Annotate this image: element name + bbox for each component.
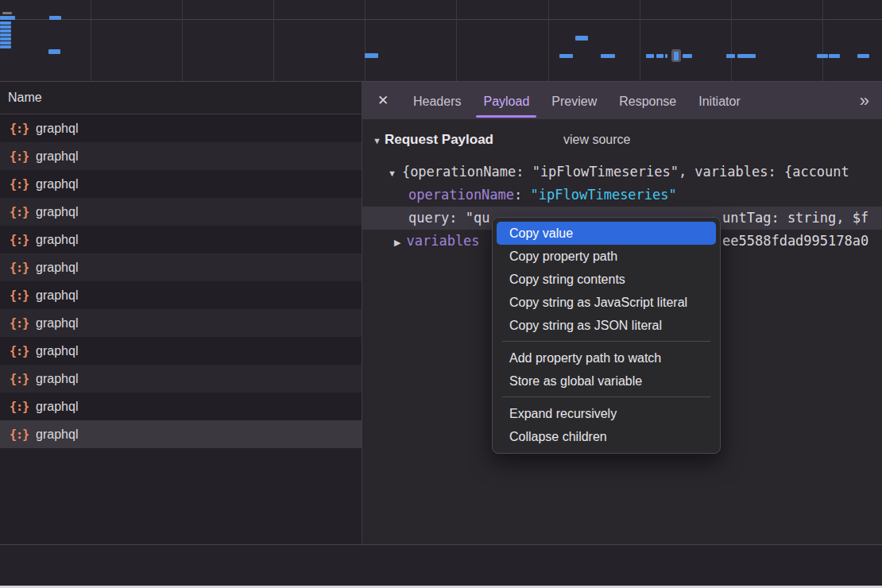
tab-payload[interactable]: Payload [472, 82, 540, 119]
menu-item-copy-value[interactable]: Copy value [497, 222, 716, 245]
waterfall-bar [575, 36, 588, 41]
request-row[interactable]: {:}graphql [0, 337, 362, 365]
context-menu: Copy valueCopy property pathCopy string … [492, 217, 721, 454]
property-key: query [408, 210, 449, 226]
request-row[interactable]: {:}graphql [0, 198, 362, 226]
waterfall-bar [49, 16, 61, 20]
request-row[interactable]: {:}graphql [0, 365, 362, 393]
request-name: graphql [36, 372, 78, 386]
json-request-icon: {:} [10, 344, 29, 358]
menu-item-copy-string-as-json-literal[interactable]: Copy string as JSON literal [497, 314, 716, 337]
json-request-icon: {:} [10, 122, 29, 136]
summary-footer [0, 544, 882, 586]
waterfall-bar [0, 16, 15, 20]
expand-arrow-icon: ▼ [388, 168, 397, 178]
more-tabs-icon[interactable]: » [860, 82, 869, 119]
waterfall-bar [365, 53, 378, 58]
property-value-right-fragment: untTag: string, $f [722, 207, 868, 230]
overview-gridline [273, 0, 274, 81]
waterfall-bar [829, 54, 840, 58]
request-row[interactable]: {:}graphql [0, 420, 362, 448]
tab-headers[interactable]: Headers [402, 82, 472, 119]
waterfall-bar [726, 54, 735, 58]
waterfall-bar [0, 25, 11, 29]
tab-response[interactable]: Response [608, 82, 687, 119]
menu-item-collapse-children[interactable]: Collapse children [497, 425, 716, 448]
json-request-icon: {:} [10, 316, 29, 331]
request-name: graphql [36, 233, 78, 247]
overview-gridline [548, 0, 549, 81]
request-row[interactable]: {:}graphql [0, 142, 362, 170]
menu-item-copy-string-contents[interactable]: Copy string contents [497, 268, 716, 291]
json-request-icon: {:} [10, 400, 29, 414]
json-request-icon: {:} [10, 288, 29, 303]
overview-gridline [640, 0, 640, 81]
waterfall-bar [601, 54, 615, 58]
request-payload-section-toggle[interactable]: ▼ Request Payload view source [362, 128, 882, 152]
overview-gridline [822, 0, 823, 81]
key-separator: : [449, 210, 465, 226]
waterfall-bar [2, 12, 12, 14]
waterfall-bar [674, 52, 679, 60]
request-name: graphql [36, 288, 78, 303]
request-list: {:}graphql{:}graphql{:}graphql{:}graphql… [0, 114, 362, 448]
section-expand-icon: ▼ [373, 129, 381, 153]
request-name: graphql [36, 400, 78, 414]
property-value-left-fragment: "qu [466, 210, 490, 226]
collapse-arrow-icon: ▶ [394, 238, 400, 247]
menu-separator [502, 397, 710, 397]
waterfall-bar [665, 54, 667, 58]
property-value-right-fragment: ee5588fdad995178a0 [722, 230, 868, 253]
request-row[interactable]: {:}graphql [0, 226, 362, 253]
overview-gridline [365, 0, 366, 81]
tab-preview[interactable]: Preview [540, 82, 608, 119]
request-name: graphql [36, 205, 78, 219]
request-row[interactable]: {:}graphql [0, 309, 362, 337]
menu-separator [502, 341, 710, 342]
menu-item-expand-recursively[interactable]: Expand recursively [497, 402, 716, 425]
name-column-label: Name [8, 91, 42, 105]
payload-row-operation-name[interactable]: operationName: "ipFlowTimeseries" [362, 184, 882, 207]
waterfall-bar [737, 54, 756, 58]
overview-gridline [731, 0, 732, 81]
waterfall-bar [0, 45, 11, 48]
close-icon[interactable]: ✕ [375, 92, 391, 109]
json-request-icon: {:} [10, 261, 29, 275]
overview-gridline [91, 0, 91, 81]
request-row[interactable]: {:}graphql [0, 253, 362, 281]
json-request-icon: {:} [10, 177, 29, 191]
request-row[interactable]: {:}graphql [0, 114, 362, 142]
menu-item-copy-string-as-javascript-literal[interactable]: Copy string as JavaScript literal [497, 291, 716, 314]
overview-ruler-line [0, 19, 882, 20]
payload-root-row[interactable]: ▼{operationName: "ipFlowTimeseries", var… [362, 161, 882, 184]
menu-item-store-as-global-variable[interactable]: Store as global variable [497, 369, 716, 393]
menu-item-copy-property-path[interactable]: Copy property path [497, 245, 716, 268]
overview-gridline [182, 0, 183, 81]
json-request-icon: {:} [10, 205, 29, 219]
property-value: "ipFlowTimeseries" [531, 187, 677, 203]
tab-initiator[interactable]: Initiator [687, 82, 751, 119]
payload-root-preview: {operationName: "ipFlowTimeseries", vari… [402, 164, 849, 180]
menu-item-add-property-path-to-watch[interactable]: Add property path to watch [497, 346, 716, 369]
request-name: graphql [36, 344, 78, 358]
waterfall-bar [656, 54, 663, 58]
json-request-icon: {:} [10, 427, 29, 442]
network-overview[interactable] [0, 0, 882, 82]
property-key: variables [406, 233, 479, 249]
request-row[interactable]: {:}graphql [0, 281, 362, 309]
waterfall-bar [0, 29, 11, 33]
name-column-header[interactable]: Name [0, 82, 362, 114]
detail-tabbar: ✕ HeadersPayloadPreviewResponseInitiator… [362, 82, 882, 119]
json-request-icon: {:} [10, 372, 29, 386]
json-request-icon: {:} [10, 149, 29, 164]
waterfall-bar [683, 54, 692, 58]
request-name: graphql [36, 261, 78, 275]
request-list-pane: Name {:}graphql{:}graphql{:}graphql{:}gr… [0, 82, 362, 544]
request-row[interactable]: {:}graphql [0, 393, 362, 420]
request-name: graphql [36, 122, 78, 136]
view-source-link[interactable]: view source [563, 128, 630, 152]
waterfall-bar [559, 54, 573, 58]
request-row[interactable]: {:}graphql [0, 170, 362, 198]
request-name: graphql [36, 177, 78, 191]
key-separator: : [514, 187, 530, 203]
